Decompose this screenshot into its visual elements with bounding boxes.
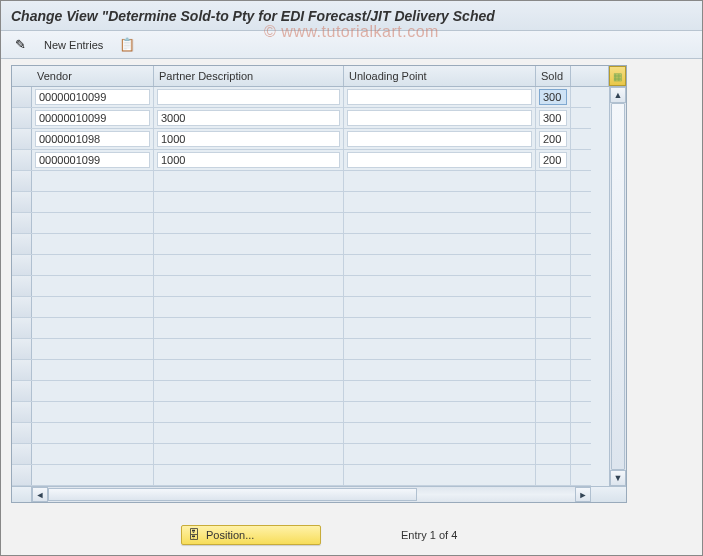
table-cell	[154, 255, 344, 275]
table-cell	[32, 255, 154, 275]
row-selector[interactable]	[12, 87, 32, 107]
table-cell	[32, 234, 154, 254]
table-row	[12, 444, 591, 465]
cell-input[interactable]	[347, 152, 532, 168]
page-title: Change View "Determine Sold-to Pty for E…	[11, 8, 692, 24]
table-cell	[536, 150, 571, 170]
table-cell	[154, 129, 344, 149]
row-selector[interactable]	[12, 276, 32, 296]
vscroll-up-button[interactable]: ▲	[610, 87, 626, 103]
hscroll-corner	[12, 487, 32, 502]
cell-input[interactable]	[157, 131, 340, 147]
table-row	[12, 276, 591, 297]
cell-input[interactable]	[157, 110, 340, 126]
table-cell	[344, 339, 536, 359]
row-selector[interactable]	[12, 108, 32, 128]
content-area: Vendor Partner Description Unloading Poi…	[1, 59, 702, 513]
cell-input[interactable]	[539, 131, 567, 147]
table-cell	[536, 129, 571, 149]
vscroll-track[interactable]	[610, 103, 626, 470]
row-selector[interactable]	[12, 402, 32, 422]
cell-input[interactable]	[539, 89, 567, 105]
table-cell	[32, 171, 154, 191]
column-header-unloading-point[interactable]: Unloading Point	[344, 66, 536, 86]
cell-input[interactable]	[347, 110, 532, 126]
row-selector[interactable]	[12, 150, 32, 170]
table-cell	[344, 108, 536, 128]
table-cell	[154, 318, 344, 338]
row-selector[interactable]	[12, 339, 32, 359]
table-cell	[154, 297, 344, 317]
table-cell	[154, 423, 344, 443]
table-cell	[154, 108, 344, 128]
table-cell	[536, 87, 571, 107]
hscroll-thumb[interactable]	[48, 488, 417, 501]
table-cell	[32, 465, 154, 485]
hscroll-left-button[interactable]: ◄	[32, 487, 48, 502]
column-header-sold[interactable]: Sold	[536, 66, 571, 86]
table-cell	[344, 255, 536, 275]
row-selector[interactable]	[12, 360, 32, 380]
vscroll-down-button[interactable]: ▼	[610, 470, 626, 486]
row-selector[interactable]	[12, 213, 32, 233]
cell-input[interactable]	[35, 89, 150, 105]
table-cell	[536, 381, 571, 401]
table-cell	[32, 339, 154, 359]
cell-input[interactable]	[157, 89, 340, 105]
titlebar: Change View "Determine Sold-to Pty for E…	[1, 1, 702, 31]
table-cell	[154, 339, 344, 359]
table-settings-button[interactable]: ▦	[609, 66, 626, 86]
row-selector[interactable]	[12, 255, 32, 275]
row-selector[interactable]	[12, 444, 32, 464]
table-cell	[536, 402, 571, 422]
table-cell	[32, 192, 154, 212]
row-selector[interactable]	[12, 297, 32, 317]
cell-input[interactable]	[35, 152, 150, 168]
table-right-column: ▦ ▲ ▼	[591, 66, 626, 502]
data-table: Vendor Partner Description Unloading Poi…	[11, 65, 627, 503]
table-row	[12, 465, 591, 486]
table-cell	[344, 129, 536, 149]
vertical-scrollbar[interactable]: ▲ ▼	[609, 87, 626, 486]
table-cell	[536, 213, 571, 233]
table-cell	[154, 213, 344, 233]
row-selector[interactable]	[12, 171, 32, 191]
sold-col-overflow	[591, 66, 609, 86]
table-cell	[344, 444, 536, 464]
horizontal-scrollbar[interactable]: ◄ ►	[12, 486, 591, 502]
table-header-row: Vendor Partner Description Unloading Poi…	[12, 66, 591, 87]
row-selector[interactable]	[12, 318, 32, 338]
position-button[interactable]: 🗄 Position...	[181, 525, 321, 545]
row-selector[interactable]	[12, 465, 32, 485]
cell-input[interactable]	[157, 152, 340, 168]
new-entries-button[interactable]: New Entries	[36, 35, 111, 55]
column-header-partner-desc[interactable]: Partner Description	[154, 66, 344, 86]
row-selector[interactable]	[12, 234, 32, 254]
pencil-icon: ✎	[15, 37, 26, 52]
row-selector[interactable]	[12, 129, 32, 149]
table-cell	[536, 255, 571, 275]
table-row	[12, 360, 591, 381]
copy-button[interactable]: 📋	[116, 35, 138, 55]
table-cell	[344, 171, 536, 191]
cell-input[interactable]	[35, 131, 150, 147]
table-cell	[154, 444, 344, 464]
table-row	[12, 87, 591, 108]
hscroll-right-button[interactable]: ►	[575, 487, 591, 502]
toggle-edit-button[interactable]: ✎	[9, 35, 31, 55]
row-selector[interactable]	[12, 423, 32, 443]
table-row	[12, 192, 591, 213]
cell-input[interactable]	[35, 110, 150, 126]
cell-input[interactable]	[539, 152, 567, 168]
toolbar: ✎ New Entries 📋	[1, 31, 702, 59]
cell-input[interactable]	[347, 89, 532, 105]
vscroll-thumb[interactable]	[611, 103, 625, 470]
column-header-vendor[interactable]: Vendor	[32, 66, 154, 86]
row-selector[interactable]	[12, 192, 32, 212]
hscroll-track[interactable]	[48, 487, 575, 502]
cell-input[interactable]	[347, 131, 532, 147]
cell-input[interactable]	[539, 110, 567, 126]
row-selector-header[interactable]	[12, 66, 32, 86]
table-row	[12, 150, 591, 171]
row-selector[interactable]	[12, 381, 32, 401]
